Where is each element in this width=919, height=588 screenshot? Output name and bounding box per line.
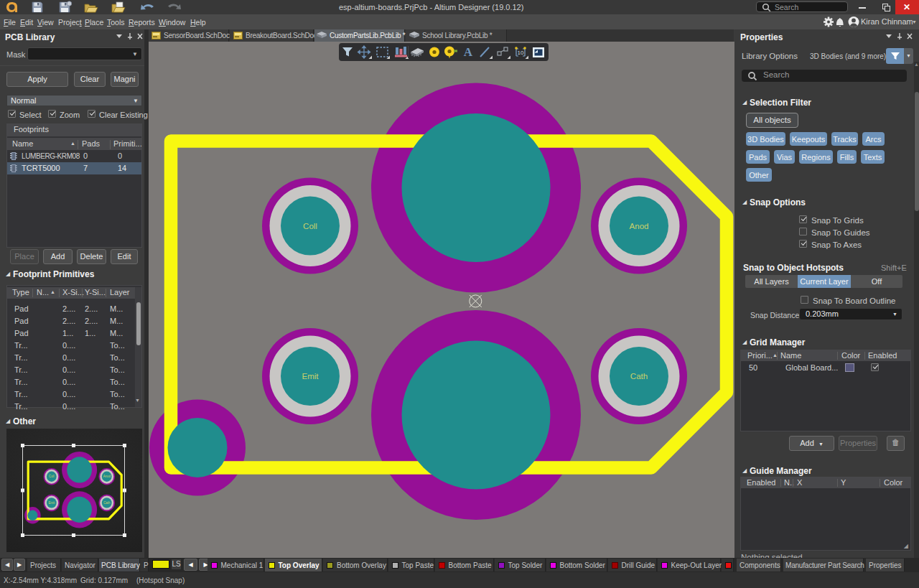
svg-text:Emit: Emit [302, 372, 319, 381]
svg-text:Emit: Emit [48, 501, 55, 505]
svg-text:Anod: Anod [630, 221, 649, 230]
svg-text:10: 10 [518, 50, 524, 56]
svg-text:Coll: Coll [303, 221, 317, 230]
svg-text:Cath: Cath [103, 501, 111, 505]
svg-text:Cath: Cath [630, 372, 648, 381]
svg-text:A: A [464, 45, 473, 59]
svg-text:Anod: Anod [103, 475, 111, 478]
svg-text:Coll: Coll [49, 475, 55, 478]
